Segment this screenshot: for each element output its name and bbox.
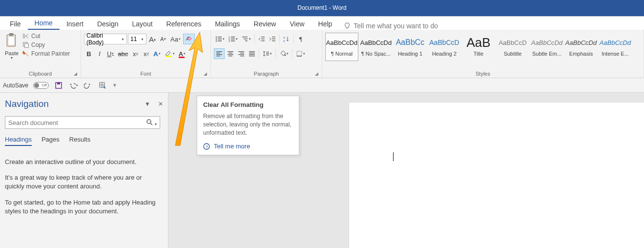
sort-button[interactable]: AZ	[282, 34, 291, 44]
save-icon	[55, 82, 62, 89]
svg-rect-38	[238, 51, 244, 52]
paste-button[interactable]: Paste ▼	[3, 32, 21, 60]
highlight-button[interactable]: ▾	[163, 48, 176, 59]
svg-rect-23	[261, 39, 265, 39]
multilevel-list-button[interactable]: ▾	[240, 34, 252, 44]
style---normal[interactable]: AaBbCcDd¶ Normal	[325, 33, 358, 61]
svg-rect-10	[218, 39, 222, 40]
change-case-button[interactable]: Aa▾	[169, 34, 182, 44]
save-button[interactable]	[54, 81, 63, 90]
subscript-button[interactable]: x2	[130, 48, 140, 59]
borders-button[interactable]: ▾	[294, 48, 307, 59]
tab-help[interactable]: Help	[312, 17, 339, 30]
bold-button[interactable]: B	[84, 48, 94, 59]
svg-rect-20	[244, 39, 248, 39]
grow-font-button[interactable]: A▴	[147, 34, 157, 44]
superscript-button[interactable]: x2	[141, 48, 151, 59]
font-dialog-launcher[interactable]: ◢	[204, 71, 208, 76]
bullets-button[interactable]: ▾	[214, 34, 226, 44]
align-right-button[interactable]	[236, 48, 246, 59]
table-pen-icon	[99, 82, 106, 89]
svg-rect-31	[216, 53, 220, 53]
style-intense-e---[interactable]: AaBbCcDdIntense E...	[599, 33, 632, 61]
show-hide-button[interactable]: ¶	[296, 34, 306, 44]
group-label-clipboard: Clipboard	[0, 71, 81, 77]
tab-review[interactable]: Review	[247, 17, 283, 30]
shrink-font-button[interactable]: A▾	[158, 34, 168, 44]
style-heading-2[interactable]: AaBbCcDHeading 2	[428, 33, 461, 61]
increase-indent-button[interactable]	[268, 34, 277, 44]
nav-tab-results[interactable]: Results	[69, 136, 90, 146]
svg-rect-42	[249, 51, 255, 52]
search-icon: ▾	[146, 119, 157, 127]
ribbon: Paste ▼ Cut Copy Format Painter Clipboar…	[0, 30, 644, 78]
line-spacing-button[interactable]: ▾	[261, 48, 273, 59]
tab-design[interactable]: Design	[90, 17, 125, 30]
style-subtitle[interactable]: AaBbCcDSubtitle	[496, 33, 529, 61]
tab-layout[interactable]: Layout	[125, 17, 160, 30]
nav-close-button[interactable]: ✕	[158, 101, 163, 107]
svg-rect-24	[261, 41, 265, 41]
tab-insert[interactable]: Insert	[60, 17, 90, 30]
svg-rect-35	[229, 53, 232, 53]
copy-button[interactable]: Copy	[22, 41, 70, 48]
justify-button[interactable]	[247, 48, 257, 59]
nav-dropdown-button[interactable]: ▼	[145, 101, 150, 107]
decrease-indent-button[interactable]	[257, 34, 267, 44]
align-left-button[interactable]	[214, 48, 225, 59]
svg-text:Z: Z	[283, 40, 285, 42]
svg-rect-19	[242, 37, 248, 37]
font-name-combo[interactable]: Calibri (Body)▼	[84, 34, 127, 44]
strikethrough-button[interactable]: abc	[116, 48, 129, 59]
nav-tab-headings[interactable]: Headings	[5, 136, 32, 146]
clipboard-dialog-launcher[interactable]: ◢	[74, 71, 79, 76]
style-title[interactable]: AaBTitle	[462, 33, 495, 61]
style-emphasis[interactable]: AaBbCcDdEmphasis	[564, 33, 598, 61]
cut-button[interactable]: Cut	[22, 33, 70, 40]
tab-mailings[interactable]: Mailings	[208, 17, 247, 30]
style-heading-1[interactable]: AaBbCcHeading 1	[394, 33, 427, 61]
nav-tab-pages[interactable]: Pages	[42, 136, 60, 146]
tab-references[interactable]: References	[160, 17, 208, 30]
paragraph-dialog-launcher[interactable]: ◢	[315, 71, 320, 76]
paste-icon	[5, 33, 18, 47]
tab-home[interactable]: Home	[28, 16, 60, 30]
navigation-search-input[interactable]: Search document ▾	[5, 116, 160, 129]
style-subtle-em---[interactable]: AaBbCcDdSubtle Em...	[530, 33, 563, 61]
shading-button[interactable]: ▾	[278, 48, 290, 59]
ribbon-tabs: File Home Insert Design Layout Reference…	[0, 16, 644, 30]
svg-text:A: A	[283, 36, 285, 39]
align-center-button[interactable]	[226, 48, 235, 59]
text-effects-button[interactable]: A▾	[152, 48, 162, 59]
svg-rect-50	[297, 51, 302, 56]
tell-me-search[interactable]: Tell me what you want to do	[344, 22, 438, 30]
autosave-label: AutoSave	[3, 82, 28, 89]
group-styles: AaBbCcDd¶ NormalAaBbCcDd¶ No Spac...AaBb…	[322, 30, 644, 78]
draw-table-button[interactable]	[98, 81, 107, 90]
svg-rect-34	[228, 51, 233, 52]
style---no-spac---[interactable]: AaBbCcDd¶ No Spac...	[359, 33, 393, 61]
tell-me-more-link[interactable]: ? Tell me more	[203, 143, 293, 150]
help-icon: ?	[203, 143, 210, 150]
font-size-combo[interactable]: 11▼	[128, 34, 146, 44]
clear-formatting-button[interactable]: A	[183, 34, 195, 44]
svg-rect-41	[240, 56, 244, 56]
tooltip-title: Clear All Formatting	[203, 101, 293, 108]
page[interactable]	[349, 103, 644, 248]
underline-button[interactable]: U▾	[105, 48, 115, 59]
redo-button[interactable]	[83, 81, 93, 90]
font-color-button[interactable]: A▾	[177, 48, 187, 59]
italic-button[interactable]: I	[95, 48, 104, 59]
svg-point-7	[216, 37, 217, 38]
autosave-toggle[interactable]: Off	[33, 82, 49, 89]
numbering-button[interactable]: 123▾	[227, 34, 239, 44]
copy-icon	[22, 41, 29, 48]
svg-rect-47	[266, 53, 269, 54]
svg-rect-48	[266, 55, 269, 55]
undo-button[interactable]: ▾	[68, 81, 78, 90]
tab-view[interactable]: View	[283, 17, 311, 30]
format-painter-button[interactable]: Format Painter	[22, 50, 70, 57]
tab-file[interactable]: File	[3, 17, 28, 30]
redo-icon	[84, 82, 92, 89]
group-clipboard: Paste ▼ Cut Copy Format Painter Clipboar…	[0, 30, 81, 78]
